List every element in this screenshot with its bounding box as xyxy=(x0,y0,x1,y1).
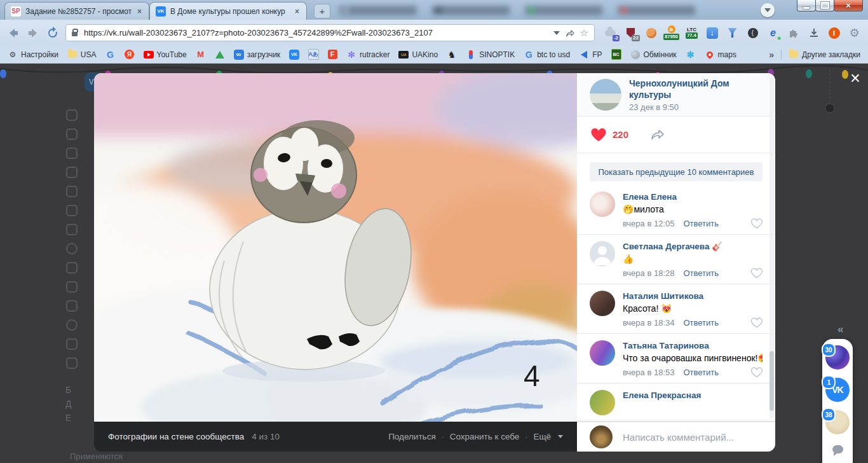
url-dropdown-caret[interactable] xyxy=(553,31,560,35)
likes-count[interactable]: 220 xyxy=(613,129,628,140)
comment-like-button[interactable] xyxy=(751,218,763,228)
album-title-link[interactable]: Фотографии на стене сообщества xyxy=(108,432,244,441)
commenter-name-link[interactable]: Наталия Шитикова xyxy=(623,291,763,302)
adblock-extension-icon[interactable]: 22 xyxy=(623,25,638,40)
bookmark-zagruzchik[interactable]: ∞загрузчик xyxy=(234,50,280,60)
url-input[interactable] xyxy=(83,27,548,38)
blurred-background-tabs[interactable] xyxy=(339,3,695,18)
current-user-avatar[interactable] xyxy=(590,425,613,448)
bookmark-maps[interactable]: maps xyxy=(705,50,736,60)
collapse-dock-chevron[interactable]: « xyxy=(837,323,843,336)
post-date[interactable]: 23 дек в 9:50 xyxy=(629,102,763,112)
reload-icon xyxy=(46,27,59,39)
comment-row-cutoff: Елена Прекрасная xyxy=(577,384,775,422)
comment-reply-link[interactable]: Ответить xyxy=(683,219,719,228)
close-tab-icon[interactable]: × xyxy=(294,7,301,16)
bookmark-google[interactable]: G xyxy=(105,50,116,60)
cloud-extension-icon[interactable]: -2 xyxy=(603,25,618,40)
e-extension-icon[interactable]: e★ xyxy=(766,25,780,40)
tab-zadanie[interactable]: SP Задание №2852757 - просмотр з × xyxy=(5,3,149,20)
bookmarks-overflow-chevron[interactable]: » xyxy=(769,50,774,60)
extensions-menu-button[interactable] xyxy=(786,25,801,40)
commenter-name-link[interactable]: Светлана Дергачева 🎸 xyxy=(623,241,763,252)
reload-button[interactable] xyxy=(46,26,60,40)
bookmark-yandex[interactable]: Я xyxy=(125,50,135,60)
vk-logo-button[interactable]: VK1 xyxy=(825,378,850,402)
close-viewer-button[interactable]: × xyxy=(846,70,864,88)
chat-avatar[interactable]: 30 xyxy=(825,345,850,370)
minimize-button[interactable] xyxy=(797,0,816,11)
comment-like-button[interactable] xyxy=(751,367,763,377)
commenter-name-link[interactable]: Елена Елена xyxy=(623,191,763,203)
maximize-button[interactable] xyxy=(815,0,834,11)
settings-extension-icon[interactable]: ⚙ xyxy=(847,25,862,40)
bookmark-fp[interactable]: FP xyxy=(579,50,602,60)
bookmark-obminnik[interactable]: Обмінник xyxy=(630,50,677,60)
commenter-avatar[interactable] xyxy=(590,291,615,316)
avatar-extension-icon[interactable] xyxy=(644,25,658,40)
comment-input[interactable] xyxy=(621,431,763,443)
share-action[interactable]: Поделиться xyxy=(388,432,436,441)
comment-like-button[interactable] xyxy=(751,268,763,278)
comment-reply-link[interactable]: Ответить xyxy=(683,368,719,377)
bookmark-sinoptik[interactable]: SINOPTIK xyxy=(466,50,515,60)
address-bar[interactable]: ☆ xyxy=(65,24,595,41)
tab-vk-active[interactable]: VK В Доме культуры прошел конкур × xyxy=(150,3,306,20)
tab-scroll-chevron[interactable] xyxy=(761,3,775,17)
dark-extension-icon[interactable]: ( xyxy=(745,25,760,40)
show-previous-comments-button[interactable]: Показать предыдущие 10 комментариев xyxy=(590,162,763,181)
bookmark-translate[interactable]: Aあ xyxy=(308,50,318,60)
bookmark-settings[interactable]: ⚙Настройки xyxy=(8,50,58,60)
comment-like-button[interactable] xyxy=(751,317,763,328)
bookmark-folder-usa[interactable]: USA xyxy=(67,50,97,60)
save-action[interactable]: Сохранить к себе xyxy=(450,432,520,441)
chat-bubble-icon[interactable] xyxy=(832,445,843,453)
bookmark-btc-to-usd[interactable]: Gbtc to usd xyxy=(524,50,570,60)
community-avatar[interactable] xyxy=(590,79,621,111)
comment-reply-link[interactable]: Ответить xyxy=(683,268,719,278)
sidebar-scrollbar-thumb[interactable] xyxy=(770,351,774,411)
bookmark-vk[interactable]: VK xyxy=(289,50,299,60)
close-window-button[interactable]: × xyxy=(834,0,863,11)
commenter-avatar[interactable] xyxy=(590,390,615,415)
photo-viewer-image[interactable]: 4 xyxy=(94,73,577,422)
bookmark-kyivstar[interactable]: ✼ xyxy=(686,50,696,60)
bookmark-bc[interactable]: BC xyxy=(611,50,621,60)
close-tab-icon[interactable]: × xyxy=(136,7,143,16)
new-tab-button[interactable]: + xyxy=(314,4,330,18)
commenter-avatar[interactable] xyxy=(590,191,615,217)
btc-ticker-icon[interactable]: B87950 xyxy=(664,25,679,40)
more-action[interactable]: Ещё xyxy=(533,432,551,441)
share-icon[interactable] xyxy=(565,28,575,38)
forward-button[interactable] xyxy=(26,26,40,40)
bookmark-youtube[interactable]: YouTube xyxy=(144,50,187,60)
commenter-avatar-placeholder[interactable] xyxy=(590,241,615,266)
bookmark-rutracker[interactable]: ✻rutracker xyxy=(346,50,390,60)
bookmark-drive[interactable] xyxy=(215,50,225,60)
bookmark-gmail[interactable]: M xyxy=(196,50,206,60)
school-chat-avatar[interactable]: 38 xyxy=(825,410,850,434)
commenter-avatar[interactable] xyxy=(590,340,615,366)
bookmark-star-icon[interactable]: ☆ xyxy=(580,28,588,38)
community-name-link[interactable]: Чернохолуницкий Дом культуры xyxy=(629,78,763,100)
other-bookmarks-button[interactable]: Другие закладки xyxy=(789,50,860,60)
funnel-extension-icon[interactable] xyxy=(725,25,740,40)
downloads-button[interactable] xyxy=(806,25,821,40)
downloader-extension-icon[interactable]: ↓ xyxy=(705,25,719,40)
commenter-name-link[interactable]: Татьяна Татаринова xyxy=(623,340,763,352)
ltc-ticker-icon[interactable]: LTC77.4 xyxy=(684,25,699,40)
comment-reply-link[interactable]: Ответить xyxy=(683,318,719,328)
blurred-tab[interactable] xyxy=(339,6,417,15)
commenter-name-link[interactable]: Елена Прекрасная xyxy=(623,390,763,401)
bookmark-label: YouTube xyxy=(157,50,187,59)
bookmark-f[interactable]: F xyxy=(327,50,337,60)
bookmark-uakino[interactable]: UAUAKino xyxy=(398,50,438,60)
blurred-tab[interactable] xyxy=(432,6,510,15)
blurred-tab[interactable] xyxy=(525,6,602,15)
blurred-tab[interactable] xyxy=(618,6,695,15)
bookmark-chess[interactable]: ♞ xyxy=(447,50,457,60)
share-button[interactable] xyxy=(650,128,665,142)
like-heart-icon[interactable] xyxy=(591,128,606,142)
back-button[interactable] xyxy=(6,26,20,40)
info-extension-icon[interactable]: I xyxy=(827,25,841,40)
